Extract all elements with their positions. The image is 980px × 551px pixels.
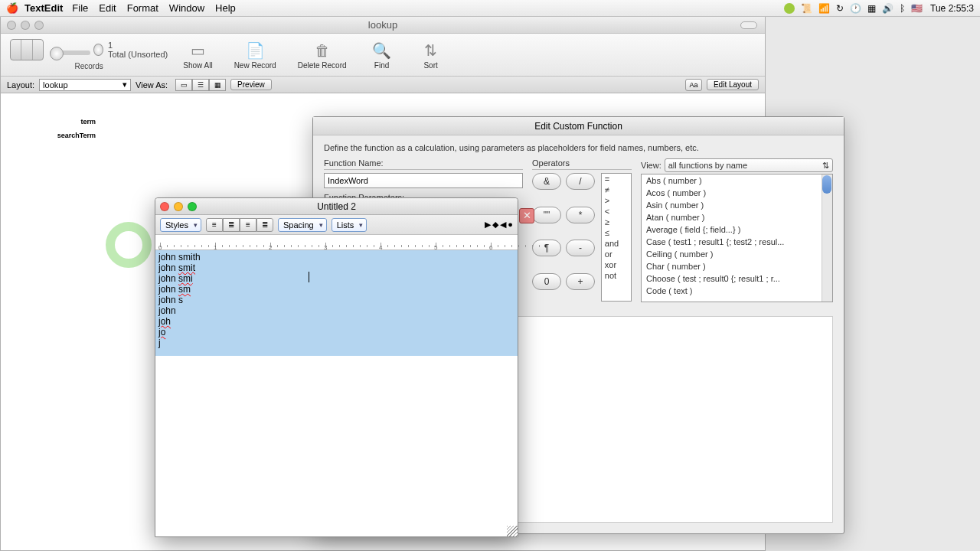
find-button[interactable]: 🔍 Find [368, 40, 396, 70]
te-titlebar[interactable]: Untitled 2 [155, 198, 518, 215]
timemachine-icon[interactable]: 🕐 [850, 3, 861, 14]
spacing-dropdown[interactable]: Spacing [278, 218, 327, 232]
field-label-searchterm: searchTerm [11, 132, 96, 139]
wifi-icon[interactable]: 📶 [818, 3, 830, 14]
op-mult-button[interactable]: * [566, 207, 595, 223]
minimize-icon[interactable] [174, 202, 183, 211]
records-label: Records [75, 62, 103, 70]
text-line: john s [158, 295, 514, 305]
op-para-button[interactable]: ¶ [532, 240, 561, 256]
format-aa-button[interactable]: Aa [685, 79, 702, 91]
record-nav-book[interactable] [10, 39, 44, 60]
edit-layout-button[interactable]: Edit Layout [707, 79, 759, 90]
text-line: john sm [158, 284, 514, 295]
view-as-label: View As: [136, 80, 168, 90]
align-justify-button[interactable]: ≣ [256, 218, 273, 232]
sort-button[interactable]: ⇅ Sort [417, 40, 445, 70]
find-icon: 🔍 [368, 40, 396, 61]
view-table-button[interactable]: ▦ [209, 79, 226, 91]
op-minus-button[interactable]: - [566, 240, 595, 256]
function-name-label: Function Name: [324, 158, 523, 168]
lists-dropdown[interactable]: Lists [332, 218, 368, 232]
field-label-term: term [11, 118, 96, 126]
menu-format[interactable]: Format [127, 2, 158, 14]
close-x-button[interactable]: ✕ [519, 208, 534, 223]
close-icon[interactable] [7, 21, 16, 30]
align-right-button[interactable]: ≡ [240, 218, 256, 232]
align-center-button[interactable]: ≣ [223, 218, 240, 232]
nav-stop-icon[interactable]: ● [508, 220, 513, 230]
nav-diamond-icon[interactable]: ◆ [492, 220, 498, 230]
op-amp-button[interactable]: & [532, 173, 561, 190]
view-label: View: [641, 161, 662, 170]
text-line: jo [158, 327, 514, 337]
function-list-scrollbar[interactable] [822, 174, 832, 302]
flag-icon[interactable]: 🇺🇸 [911, 3, 923, 14]
fm-layoutbar: Layout: lookup▾ View As: ▭ ☰ ▦ Preview A… [1, 77, 765, 93]
grid-icon[interactable]: ▦ [867, 3, 876, 14]
view-list-button[interactable]: ☰ [192, 79, 209, 91]
text-cursor [309, 272, 309, 282]
ecf-title: Edit Custom Function [313, 117, 844, 135]
minimize-icon[interactable] [21, 21, 30, 30]
text-line: joh [158, 316, 514, 327]
text-line: john [158, 305, 514, 316]
resize-handle[interactable] [507, 526, 518, 536]
fm-toolbar: 1 Total (Unsorted) Records ▭ Show All 📄 … [1, 34, 765, 77]
op-plus-button[interactable]: + [566, 273, 595, 290]
record-total: Total (Unsorted) [108, 50, 168, 59]
op-div-button[interactable]: / [566, 173, 595, 190]
view-form-button[interactable]: ▭ [175, 79, 192, 91]
delete-record-button[interactable]: 🗑 Delete Record [298, 40, 347, 70]
operator-buttons: & / "" * ¶ - 0 + [532, 173, 598, 302]
operator-list[interactable]: =≠ >< ≥≤ andor xornot [601, 173, 632, 302]
menu-help[interactable]: Help [215, 2, 236, 14]
new-record-icon: 📄 [241, 40, 269, 61]
function-list[interactable]: Abs ( number )Acos ( number ) Asin ( num… [641, 174, 833, 302]
close-icon[interactable] [160, 202, 169, 211]
text-line: john smi [158, 273, 514, 284]
menu-window[interactable]: Window [169, 2, 204, 14]
te-toolbar: Styles ≡ ≣ ≡ ≣ Spacing Lists ▶ ◆ ◀ ● [155, 215, 518, 235]
fm-window-title: lookup [368, 19, 397, 31]
slider-knob-icon[interactable] [93, 44, 103, 56]
show-all-button[interactable]: ▭ Show All [183, 40, 212, 70]
clock[interactable]: Tue 2:55:3 [930, 3, 974, 14]
layout-label: Layout: [7, 80, 34, 90]
layout-select[interactable]: lookup▾ [39, 79, 131, 91]
apple-icon[interactable]: 🍎 [6, 2, 18, 14]
te-window-title: Untitled 2 [317, 201, 356, 212]
zoom-icon[interactable] [188, 202, 197, 211]
align-left-button[interactable]: ≡ [206, 218, 223, 232]
record-number: 1 [108, 41, 168, 50]
op-paren-button[interactable]: 0 [532, 273, 561, 290]
fm-titlebar[interactable]: lookup [1, 17, 765, 34]
op-quote-button[interactable]: "" [532, 207, 561, 223]
status-dot-icon[interactable] [784, 3, 795, 14]
function-name-input[interactable] [324, 173, 523, 188]
menu-edit[interactable]: Edit [99, 2, 116, 14]
bluetooth-icon[interactable]: ᛒ [900, 3, 905, 14]
text-line: j [158, 337, 514, 348]
sort-icon: ⇅ [417, 40, 445, 61]
new-record-button[interactable]: 📄 New Record [234, 40, 276, 70]
text-line: john smith [158, 252, 514, 262]
record-slider[interactable] [50, 51, 90, 55]
scripts-icon[interactable]: 📜 [801, 3, 812, 14]
show-all-icon: ▭ [184, 40, 211, 61]
sync-icon[interactable]: ↻ [836, 3, 844, 14]
nav-play-icon[interactable]: ▶ [485, 220, 491, 230]
styles-dropdown[interactable]: Styles [160, 218, 201, 232]
nav-back-icon[interactable]: ◀ [500, 220, 506, 230]
view-select[interactable]: all functions by name⇅ [665, 158, 833, 172]
app-name[interactable]: TextEdit [24, 2, 63, 14]
toolbar-toggle-icon[interactable] [740, 21, 757, 29]
menu-file[interactable]: File [72, 2, 88, 14]
preview-button[interactable]: Preview [230, 79, 272, 90]
text-line: john smit [158, 262, 514, 273]
te-document-body[interactable]: john smithjohn smitjohn smijohn smjohn s… [155, 250, 518, 536]
annotation-circle [106, 222, 152, 268]
zoom-icon[interactable] [34, 21, 44, 30]
ruler[interactable]: 0123456 [155, 235, 518, 250]
volume-icon[interactable]: 🔊 [882, 3, 893, 14]
